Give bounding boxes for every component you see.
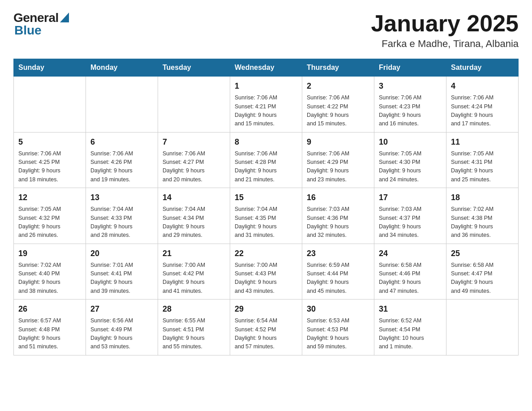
day-info: Sunrise: 7:05 AM Sunset: 4:30 PM Dayligh… xyxy=(379,150,442,184)
calendar-day-cell: 14Sunrise: 7:04 AM Sunset: 4:34 PM Dayli… xyxy=(158,188,230,244)
calendar-day-header: Sunday xyxy=(14,59,86,77)
day-info: Sunrise: 7:05 AM Sunset: 4:31 PM Dayligh… xyxy=(451,150,514,184)
day-number: 1 xyxy=(235,80,297,92)
day-info: Sunrise: 7:02 AM Sunset: 4:40 PM Dayligh… xyxy=(18,261,81,296)
day-info: Sunrise: 6:58 AM Sunset: 4:46 PM Dayligh… xyxy=(379,261,442,296)
day-number: 9 xyxy=(307,136,369,148)
day-number: 26 xyxy=(18,303,81,315)
calendar-table: SundayMondayTuesdayWednesdayThursdayFrid… xyxy=(13,59,519,355)
day-number: 17 xyxy=(379,192,442,204)
day-number: 10 xyxy=(379,136,442,148)
calendar-day-cell: 5Sunrise: 7:06 AM Sunset: 4:25 PM Daylig… xyxy=(14,132,86,188)
calendar-day-cell: 12Sunrise: 7:05 AM Sunset: 4:32 PM Dayli… xyxy=(14,188,86,244)
calendar-day-cell: 9Sunrise: 7:06 AM Sunset: 4:29 PM Daylig… xyxy=(302,132,374,188)
calendar-day-cell: 27Sunrise: 6:56 AM Sunset: 4:49 PM Dayli… xyxy=(86,300,158,355)
day-number: 22 xyxy=(235,248,297,260)
day-number: 11 xyxy=(451,136,514,148)
logo: General Blue xyxy=(13,11,69,38)
day-number: 24 xyxy=(379,248,442,260)
calendar-day-header: Saturday xyxy=(446,59,519,77)
day-info: Sunrise: 6:59 AM Sunset: 4:44 PM Dayligh… xyxy=(307,261,369,296)
calendar-day-cell: 7Sunrise: 7:06 AM Sunset: 4:27 PM Daylig… xyxy=(158,132,230,188)
day-info: Sunrise: 7:05 AM Sunset: 4:32 PM Dayligh… xyxy=(18,205,81,240)
calendar-day-cell xyxy=(14,77,86,133)
calendar-day-cell: 10Sunrise: 7:05 AM Sunset: 4:30 PM Dayli… xyxy=(374,132,446,188)
day-info: Sunrise: 7:06 AM Sunset: 4:26 PM Dayligh… xyxy=(90,150,153,184)
calendar-day-cell: 15Sunrise: 7:04 AM Sunset: 4:35 PM Dayli… xyxy=(230,188,302,244)
calendar-header-row: SundayMondayTuesdayWednesdayThursdayFrid… xyxy=(14,59,519,77)
calendar-day-cell: 22Sunrise: 7:00 AM Sunset: 4:43 PM Dayli… xyxy=(230,244,302,300)
calendar-day-header: Tuesday xyxy=(158,59,230,77)
day-number: 25 xyxy=(451,248,514,260)
day-info: Sunrise: 6:52 AM Sunset: 4:54 PM Dayligh… xyxy=(379,317,442,351)
day-number: 12 xyxy=(18,192,81,204)
calendar-day-cell: 24Sunrise: 6:58 AM Sunset: 4:46 PM Dayli… xyxy=(374,244,446,300)
calendar-day-cell: 26Sunrise: 6:57 AM Sunset: 4:48 PM Dayli… xyxy=(14,300,86,355)
day-number: 31 xyxy=(379,303,442,315)
calendar-day-cell: 20Sunrise: 7:01 AM Sunset: 4:41 PM Dayli… xyxy=(86,244,158,300)
page-title: January 2025 xyxy=(371,11,519,36)
day-info: Sunrise: 7:06 AM Sunset: 4:25 PM Dayligh… xyxy=(18,150,81,184)
calendar-week-row: 1Sunrise: 7:06 AM Sunset: 4:21 PM Daylig… xyxy=(14,77,519,133)
day-info: Sunrise: 7:01 AM Sunset: 4:41 PM Dayligh… xyxy=(90,261,153,296)
day-number: 27 xyxy=(90,303,153,315)
day-info: Sunrise: 6:56 AM Sunset: 4:49 PM Dayligh… xyxy=(90,317,153,351)
day-info: Sunrise: 7:06 AM Sunset: 4:27 PM Dayligh… xyxy=(163,150,225,184)
day-info: Sunrise: 7:06 AM Sunset: 4:29 PM Dayligh… xyxy=(307,150,369,184)
day-info: Sunrise: 7:03 AM Sunset: 4:37 PM Dayligh… xyxy=(379,205,442,240)
day-number: 29 xyxy=(235,303,297,315)
svg-marker-0 xyxy=(60,13,69,22)
day-number: 18 xyxy=(451,192,514,204)
title-area: January 2025 Farka e Madhe, Tirana, Alba… xyxy=(371,11,519,50)
day-number: 2 xyxy=(307,80,369,92)
calendar-day-cell xyxy=(158,77,230,133)
day-number: 15 xyxy=(235,192,297,204)
day-number: 20 xyxy=(90,248,153,260)
calendar-day-cell: 1Sunrise: 7:06 AM Sunset: 4:21 PM Daylig… xyxy=(230,77,302,133)
day-info: Sunrise: 7:02 AM Sunset: 4:38 PM Dayligh… xyxy=(451,205,514,240)
calendar-day-cell: 2Sunrise: 7:06 AM Sunset: 4:22 PM Daylig… xyxy=(302,77,374,133)
day-number: 5 xyxy=(18,136,81,148)
day-number: 8 xyxy=(235,136,297,148)
calendar-day-header: Monday xyxy=(86,59,158,77)
calendar-week-row: 5Sunrise: 7:06 AM Sunset: 4:25 PM Daylig… xyxy=(14,132,519,188)
calendar-day-cell: 13Sunrise: 7:04 AM Sunset: 4:33 PM Dayli… xyxy=(86,188,158,244)
day-info: Sunrise: 7:06 AM Sunset: 4:23 PM Dayligh… xyxy=(379,94,442,128)
calendar-day-cell xyxy=(86,77,158,133)
day-info: Sunrise: 6:58 AM Sunset: 4:47 PM Dayligh… xyxy=(451,261,514,296)
calendar-day-cell: 8Sunrise: 7:06 AM Sunset: 4:28 PM Daylig… xyxy=(230,132,302,188)
calendar-day-cell xyxy=(446,300,519,355)
page-subtitle: Farka e Madhe, Tirana, Albania xyxy=(371,38,519,50)
day-number: 21 xyxy=(163,248,225,260)
day-info: Sunrise: 7:00 AM Sunset: 4:43 PM Dayligh… xyxy=(235,261,297,296)
day-info: Sunrise: 7:04 AM Sunset: 4:34 PM Dayligh… xyxy=(163,205,225,240)
calendar-week-row: 12Sunrise: 7:05 AM Sunset: 4:32 PM Dayli… xyxy=(14,188,519,244)
calendar-day-cell: 19Sunrise: 7:02 AM Sunset: 4:40 PM Dayli… xyxy=(14,244,86,300)
day-number: 3 xyxy=(379,80,442,92)
calendar-day-header: Wednesday xyxy=(230,59,302,77)
calendar-day-cell: 25Sunrise: 6:58 AM Sunset: 4:47 PM Dayli… xyxy=(446,244,519,300)
calendar-day-cell: 31Sunrise: 6:52 AM Sunset: 4:54 PM Dayli… xyxy=(374,300,446,355)
calendar-day-header: Friday xyxy=(374,59,446,77)
calendar-day-cell: 28Sunrise: 6:55 AM Sunset: 4:51 PM Dayli… xyxy=(158,300,230,355)
calendar-week-row: 26Sunrise: 6:57 AM Sunset: 4:48 PM Dayli… xyxy=(14,300,519,355)
calendar-day-header: Thursday xyxy=(302,59,374,77)
day-number: 14 xyxy=(163,192,225,204)
day-number: 7 xyxy=(163,136,225,148)
day-info: Sunrise: 6:55 AM Sunset: 4:51 PM Dayligh… xyxy=(163,317,225,351)
day-info: Sunrise: 7:04 AM Sunset: 4:35 PM Dayligh… xyxy=(235,205,297,240)
calendar-day-cell: 6Sunrise: 7:06 AM Sunset: 4:26 PM Daylig… xyxy=(86,132,158,188)
day-info: Sunrise: 7:06 AM Sunset: 4:21 PM Dayligh… xyxy=(235,94,297,128)
day-info: Sunrise: 7:06 AM Sunset: 4:24 PM Dayligh… xyxy=(451,94,514,128)
calendar-week-row: 19Sunrise: 7:02 AM Sunset: 4:40 PM Dayli… xyxy=(14,244,519,300)
day-number: 19 xyxy=(18,248,81,260)
calendar-day-cell: 30Sunrise: 6:53 AM Sunset: 4:53 PM Dayli… xyxy=(302,300,374,355)
calendar-day-cell: 23Sunrise: 6:59 AM Sunset: 4:44 PM Dayli… xyxy=(302,244,374,300)
day-info: Sunrise: 7:03 AM Sunset: 4:36 PM Dayligh… xyxy=(307,205,369,240)
day-number: 6 xyxy=(90,136,153,148)
day-info: Sunrise: 7:06 AM Sunset: 4:22 PM Dayligh… xyxy=(307,94,369,128)
day-info: Sunrise: 6:54 AM Sunset: 4:52 PM Dayligh… xyxy=(235,317,297,351)
day-number: 4 xyxy=(451,80,514,92)
calendar-day-cell: 18Sunrise: 7:02 AM Sunset: 4:38 PM Dayli… xyxy=(446,188,519,244)
day-number: 30 xyxy=(307,303,369,315)
